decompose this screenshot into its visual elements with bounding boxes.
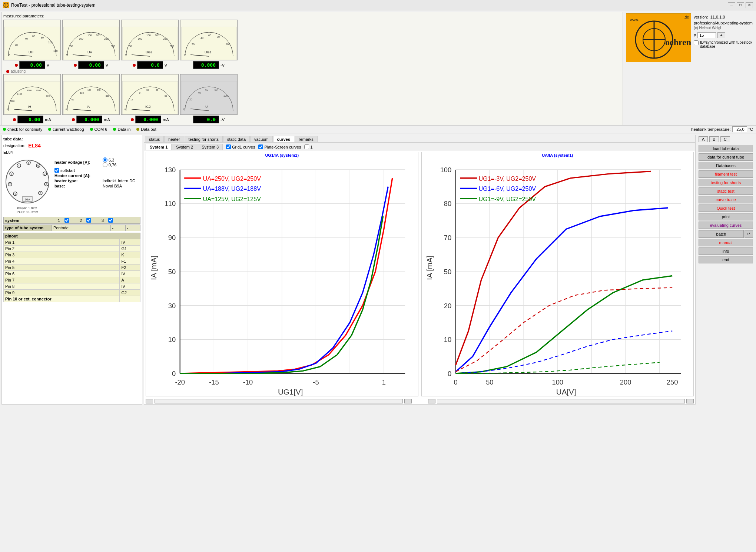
scrollbar-track[interactable] bbox=[155, 399, 403, 403]
btn-A[interactable]: A bbox=[699, 136, 708, 142]
print-button[interactable]: print bbox=[699, 213, 753, 220]
scroll-left2-btn[interactable] bbox=[428, 399, 435, 403]
tab-vacuum[interactable]: vacuum bbox=[250, 136, 273, 142]
tab-status[interactable]: status bbox=[145, 136, 164, 142]
load-tube-data-button[interactable]: load tube data bbox=[699, 145, 753, 152]
tab-static-data[interactable]: static data bbox=[223, 136, 250, 142]
meter-IH-unit: mA bbox=[45, 117, 51, 122]
curve-trace-button[interactable]: curve trace bbox=[699, 196, 753, 203]
close-btn[interactable]: ✕ bbox=[746, 2, 753, 8]
svg-text:0: 0 bbox=[448, 370, 451, 378]
meter-UG1-unit: -V bbox=[220, 63, 225, 67]
svg-text:50: 50 bbox=[486, 378, 493, 386]
evaluating-curves-button[interactable]: evaluating curves bbox=[699, 222, 753, 229]
tube-data-panel: tube data: designation: EL84 EL84 1 2 bbox=[1, 135, 142, 405]
softstart-checkbox[interactable] bbox=[54, 168, 59, 173]
btn-B[interactable]: B bbox=[709, 136, 719, 142]
heater-076-radio[interactable] bbox=[103, 162, 107, 167]
btn-C[interactable]: C bbox=[720, 136, 730, 142]
system-2-checkbox[interactable] bbox=[86, 218, 91, 223]
manual-button[interactable]: manual bbox=[699, 239, 753, 246]
meter-UG1-display: 0.000 bbox=[193, 61, 219, 69]
meter-IA-unit: mA bbox=[104, 117, 110, 122]
num-checkbox[interactable] bbox=[304, 144, 309, 149]
heater-6v3-radio[interactable] bbox=[103, 157, 107, 162]
tab-testing-shorts[interactable]: testing for shorts bbox=[185, 136, 223, 142]
meter-IH-gauge: 0 1200 2400 3600 4800 600 IH bbox=[3, 74, 61, 115]
scroll-right-btn[interactable] bbox=[404, 399, 412, 403]
svg-text:100: 100 bbox=[440, 166, 451, 174]
base-value: Noval B9A bbox=[103, 184, 122, 188]
static-test-button[interactable]: static test bbox=[699, 187, 753, 195]
curves-area: UG1/IA (system1) bbox=[144, 150, 695, 398]
batch-arrow-button[interactable]: ↵ bbox=[745, 230, 753, 238]
system-3-checkbox[interactable] bbox=[108, 218, 113, 223]
filament-test-button[interactable]: filament test bbox=[699, 170, 753, 178]
tab-system1[interactable]: System 1 bbox=[146, 144, 172, 150]
tube-data-title: tube data: bbox=[3, 137, 140, 141]
plate-screen-checkbox[interactable] bbox=[258, 144, 263, 149]
pin-row-7: Pin 7 A bbox=[4, 277, 140, 283]
pin-10-label: Pin 10 or ext. connector bbox=[4, 296, 120, 302]
svg-text:60: 60 bbox=[32, 35, 35, 37]
tab-remarks[interactable]: remarks bbox=[295, 136, 318, 142]
databases-button[interactable]: Databases bbox=[699, 162, 753, 169]
meter-UG1: 0 20 40 60 80 100 UG1 0.000 -V bbox=[180, 20, 238, 69]
chart-right-title: UA/IA (system1) bbox=[422, 152, 694, 158]
meter-UG2: 0 50 100 150 200 250 300 UG2 0.0 V bbox=[121, 20, 179, 69]
window-controls[interactable]: ─ □ ✕ bbox=[728, 2, 753, 8]
data-current-tube-button[interactable]: data for current tube bbox=[699, 153, 753, 161]
scroll-left-btn[interactable] bbox=[146, 399, 153, 403]
svg-text:60: 60 bbox=[208, 34, 211, 37]
svg-text:100: 100 bbox=[48, 41, 53, 44]
designation-row: designation: EL84 bbox=[3, 143, 140, 149]
svg-text:6: 6 bbox=[37, 164, 39, 167]
softstart-checkbox-label[interactable]: softstart bbox=[54, 168, 75, 173]
svg-text:0: 0 bbox=[454, 378, 457, 386]
svg-text:U: U bbox=[205, 105, 208, 109]
system-1-checkbox[interactable] bbox=[64, 218, 69, 223]
heatsink-temp: 25,0 bbox=[732, 126, 747, 132]
tab-system2[interactable]: System 2 bbox=[172, 144, 197, 150]
svg-text:180: 180 bbox=[87, 89, 92, 91]
window-title: RoeTest - professional tube-testing-syst… bbox=[11, 3, 728, 8]
tab-system3[interactable]: System 3 bbox=[198, 144, 223, 150]
type-val-2: - bbox=[110, 225, 125, 231]
svg-text:30: 30 bbox=[168, 302, 176, 310]
tab-heater[interactable]: heater bbox=[164, 136, 184, 142]
svg-text:4: 4 bbox=[18, 164, 20, 167]
plus-button[interactable]: + bbox=[717, 32, 725, 38]
pin-row-2: Pin 2 G1 bbox=[4, 246, 140, 252]
maximize-btn[interactable]: □ bbox=[737, 2, 744, 8]
batch-row: batch ↵ bbox=[699, 230, 753, 238]
scrollbar2-track[interactable] bbox=[437, 399, 685, 403]
heater-076-radio-label[interactable]: 0,76 bbox=[103, 162, 116, 167]
svg-text:20: 20 bbox=[189, 98, 192, 101]
batch-button[interactable]: batch bbox=[699, 230, 744, 238]
pin-row-8: Pin 8 IV bbox=[4, 283, 140, 290]
quick-test-button[interactable]: Quick test bbox=[699, 204, 753, 212]
meter-UA: 0 50 100 150 200 250 300 UA 0.00 V bbox=[62, 20, 120, 69]
heater-6v3-radio-label[interactable]: 6,3 bbox=[103, 157, 116, 162]
svg-text:60: 60 bbox=[72, 99, 74, 101]
chart-left-title: UG1/IA (system1) bbox=[146, 152, 418, 158]
testing-shorts-button[interactable]: testing for shorts bbox=[699, 179, 753, 186]
svg-text:50: 50 bbox=[168, 268, 176, 276]
svg-text:0: 0 bbox=[66, 53, 68, 56]
minimize-btn[interactable]: ─ bbox=[728, 2, 735, 8]
plate-screen-checkbox-container: Plate-Screen curves bbox=[258, 144, 301, 149]
svg-text:UA=125V, UG2=125V: UA=125V, UG2=125V bbox=[203, 196, 261, 202]
scroll-right2-btn[interactable] bbox=[686, 399, 694, 403]
svg-text:12: 12 bbox=[130, 99, 133, 101]
number-input[interactable] bbox=[697, 32, 716, 38]
svg-text:-10: -10 bbox=[243, 378, 253, 386]
end-button[interactable]: end bbox=[699, 256, 753, 263]
tab-curves[interactable]: curves bbox=[273, 136, 294, 142]
grid1-checkbox[interactable] bbox=[226, 144, 231, 149]
svg-text:1: 1 bbox=[14, 193, 16, 195]
sync-checkbox[interactable] bbox=[694, 40, 699, 45]
svg-text:36: 36 bbox=[146, 89, 149, 91]
brand-name: professional-tube-testing-system bbox=[694, 21, 753, 25]
info-button[interactable]: info bbox=[699, 247, 753, 255]
sync-checkbox-row: ID=synchronized with tubestock database bbox=[694, 40, 753, 49]
